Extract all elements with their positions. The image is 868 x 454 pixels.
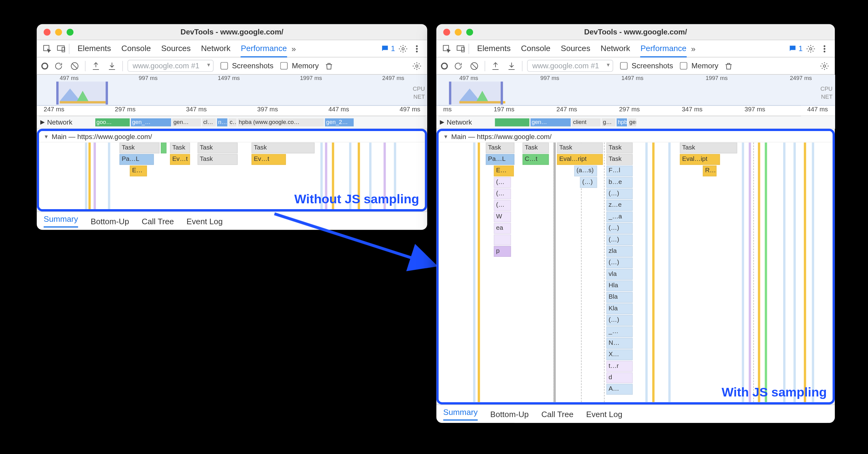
network-request[interactable]: c… bbox=[228, 118, 236, 126]
memory-checkbox[interactable]: Memory bbox=[678, 60, 719, 71]
network-request[interactable]: n… bbox=[217, 118, 227, 126]
flame-frame[interactable]: Pa…L bbox=[486, 154, 514, 165]
flame-frame[interactable]: Task bbox=[120, 142, 160, 153]
network-request[interactable] bbox=[495, 118, 529, 126]
inspect-icon[interactable] bbox=[41, 43, 53, 54]
flame-frame[interactable]: vla bbox=[607, 269, 633, 280]
record-icon[interactable] bbox=[441, 62, 448, 69]
flame-frame[interactable]: (a…s) bbox=[574, 166, 597, 176]
flame-chart[interactable]: TaskPa…LE…(…(…(…WeapTaskC…tTaskEval…ript… bbox=[439, 142, 832, 402]
flame-frame[interactable]: Eval…ipt bbox=[680, 154, 720, 165]
flame-frame[interactable]: Task bbox=[198, 142, 238, 153]
kebab-icon[interactable] bbox=[411, 43, 422, 54]
overview-window-handle[interactable] bbox=[449, 82, 503, 105]
tabs-overflow-icon[interactable]: » bbox=[289, 44, 299, 53]
gear-icon[interactable] bbox=[397, 43, 409, 54]
gear-icon[interactable] bbox=[805, 43, 816, 54]
network-request[interactable]: hpba (www.google.co… bbox=[238, 118, 324, 126]
flame-frame[interactable]: X… bbox=[607, 349, 633, 360]
tab-bottom-up[interactable]: Bottom-Up bbox=[490, 409, 529, 419]
network-request[interactable]: gen… bbox=[172, 118, 201, 126]
tab-call-tree[interactable]: Call Tree bbox=[541, 409, 574, 419]
flame-frame[interactable]: N… bbox=[607, 338, 633, 348]
network-request[interactable]: gen_… bbox=[131, 118, 171, 126]
flame-frame[interactable]: _…a bbox=[607, 211, 633, 222]
flame-frame[interactable]: Hla bbox=[607, 281, 633, 291]
clear-icon[interactable] bbox=[468, 60, 480, 72]
network-request[interactable]: gen_2… bbox=[325, 118, 353, 126]
tab-call-tree[interactable]: Call Tree bbox=[142, 216, 174, 225]
flame-frame[interactable]: Task bbox=[198, 154, 238, 165]
gc-icon[interactable] bbox=[723, 60, 734, 72]
overview-window-handle[interactable] bbox=[56, 82, 108, 105]
flame-frame[interactable]: b…e bbox=[607, 177, 633, 188]
flame-frame[interactable]: Task bbox=[170, 142, 190, 153]
network-request[interactable]: g… bbox=[602, 118, 616, 126]
flame-frame[interactable]: Task bbox=[607, 142, 633, 153]
network-track[interactable]: ▶ Network gen…clientg…hpba (www…gen… bbox=[436, 116, 835, 129]
capture-settings-icon[interactable] bbox=[819, 60, 830, 72]
flame-frame[interactable] bbox=[161, 142, 166, 153]
flame-frame[interactable]: Kla bbox=[607, 303, 633, 314]
memory-checkbox[interactable]: Memory bbox=[278, 60, 319, 71]
network-request[interactable]: gen… bbox=[628, 118, 636, 126]
tab-summary[interactable]: Summary bbox=[44, 215, 78, 228]
timeline-overview[interactable]: 497 ms 997 ms 1497 ms 1997 ms 2497 ms CP… bbox=[37, 75, 427, 106]
record-icon[interactable] bbox=[41, 62, 48, 69]
flame-frame[interactable]: Task bbox=[486, 142, 514, 153]
flame-frame[interactable]: p bbox=[494, 246, 511, 257]
tab-event-log[interactable]: Event Log bbox=[187, 216, 223, 225]
flame-frame[interactable]: z…e bbox=[607, 200, 633, 211]
tab-summary[interactable]: Summary bbox=[443, 407, 478, 421]
flame-frame[interactable]: Task bbox=[607, 154, 633, 165]
flame-frame[interactable]: _… bbox=[607, 327, 633, 337]
inspect-icon[interactable] bbox=[441, 43, 453, 54]
flame-frame[interactable]: zla bbox=[607, 246, 633, 257]
tab-elements[interactable]: Elements bbox=[477, 40, 510, 57]
flame-frame[interactable]: C…t bbox=[523, 154, 549, 165]
flame-frame[interactable]: W bbox=[494, 211, 511, 222]
reload-icon[interactable] bbox=[53, 60, 64, 72]
screenshots-checkbox[interactable]: Screenshots bbox=[618, 60, 673, 71]
flame-chart[interactable]: TaskPa…LE…TaskEv…tTaskTaskTaskEv…t bbox=[39, 142, 425, 209]
clear-icon[interactable] bbox=[69, 60, 80, 72]
flame-frame[interactable]: E… bbox=[130, 166, 147, 176]
network-request[interactable]: cl… bbox=[202, 118, 216, 126]
flame-frame[interactable]: (…) bbox=[607, 223, 633, 234]
network-request[interactable]: client bbox=[572, 118, 600, 126]
device-icon[interactable] bbox=[455, 43, 466, 54]
flame-frame[interactable] bbox=[494, 234, 511, 245]
flame-frame[interactable]: (… bbox=[494, 200, 511, 211]
flame-frame[interactable]: A… bbox=[607, 384, 633, 395]
flame-frame[interactable]: Ev…t bbox=[170, 154, 190, 165]
flame-frame[interactable]: Bla bbox=[607, 292, 633, 303]
download-icon[interactable] bbox=[106, 60, 118, 72]
tab-performance[interactable]: Performance bbox=[241, 40, 287, 57]
flame-frame[interactable]: Task bbox=[680, 142, 737, 153]
flame-frame[interactable]: (…) bbox=[607, 257, 633, 268]
tabs-overflow-icon[interactable]: » bbox=[689, 44, 698, 53]
gc-icon[interactable] bbox=[323, 60, 335, 72]
tab-bottom-up[interactable]: Bottom-Up bbox=[91, 216, 129, 225]
recording-selector[interactable]: www.google.com #1 bbox=[128, 60, 214, 72]
flame-frame[interactable]: ea bbox=[494, 223, 511, 234]
flame-frame[interactable]: (…) bbox=[607, 234, 633, 245]
flame-frame[interactable]: t…r bbox=[607, 361, 633, 372]
flame-frame[interactable]: Pa…L bbox=[120, 154, 154, 165]
timeline-overview[interactable]: 497 ms 997 ms 1497 ms 1997 ms 2497 ms CP… bbox=[436, 75, 835, 106]
issues-badge[interactable]: 1 bbox=[788, 44, 803, 53]
flame-frame[interactable]: Task bbox=[557, 142, 603, 153]
upload-icon[interactable] bbox=[490, 60, 501, 72]
flame-frame[interactable]: (… bbox=[494, 189, 511, 199]
device-icon[interactable] bbox=[55, 43, 66, 54]
flame-frame[interactable]: d bbox=[607, 372, 633, 383]
tab-sources[interactable]: Sources bbox=[161, 40, 191, 57]
tab-sources[interactable]: Sources bbox=[561, 40, 590, 57]
recording-selector[interactable]: www.google.com #1 bbox=[527, 60, 613, 72]
flame-frame[interactable]: Ev…t bbox=[251, 154, 286, 165]
kebab-icon[interactable] bbox=[819, 43, 830, 54]
issues-badge[interactable]: 1 bbox=[380, 44, 395, 53]
tab-performance[interactable]: Performance bbox=[641, 40, 687, 57]
flame-frame[interactable]: R… bbox=[703, 166, 716, 176]
tab-console[interactable]: Console bbox=[121, 40, 151, 57]
